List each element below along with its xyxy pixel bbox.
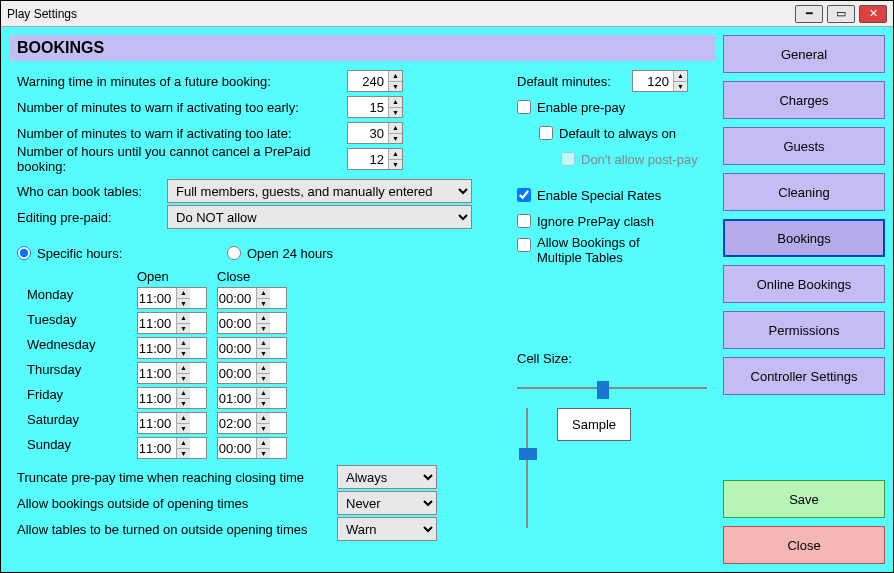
nav-guests[interactable]: Guests xyxy=(723,127,885,165)
client-area: BOOKINGS Warning time in minutes of a fu… xyxy=(1,27,893,572)
open-wednesday-spinner[interactable]: ▲▼ xyxy=(137,337,207,359)
sidebar: GeneralChargesGuestsCleaningBookingsOnli… xyxy=(723,35,885,564)
window-buttons: ━ ▭ ✕ xyxy=(795,5,887,23)
nav-charges[interactable]: Charges xyxy=(723,81,885,119)
opening-hours-grid: Open Close Monday▲▼▲▼Tuesday▲▼▲▼Wednesda… xyxy=(27,269,497,459)
truncate-select[interactable]: Always xyxy=(337,465,437,489)
main-panel: BOOKINGS Warning time in minutes of a fu… xyxy=(9,35,715,564)
checkbox-no-postpay-input xyxy=(561,152,575,166)
label-warn-early: Number of minutes to warn if activating … xyxy=(17,100,347,115)
open-monday-spinner[interactable]: ▲▼ xyxy=(137,287,207,309)
radio-open-24-input[interactable] xyxy=(227,246,241,260)
close-saturday-input[interactable] xyxy=(218,413,256,433)
cancel-hours-spinner[interactable]: ▲▼ xyxy=(347,148,403,170)
open-tuesday-spinner[interactable]: ▲▼ xyxy=(137,312,207,334)
window-title: Play Settings xyxy=(7,7,795,21)
close-friday-input[interactable] xyxy=(218,388,256,408)
close-thursday-input[interactable] xyxy=(218,363,256,383)
nav-online-bookings[interactable]: Online Bookings xyxy=(723,265,885,303)
checkbox-default-always-input[interactable] xyxy=(539,126,553,140)
label-allow-multi: Allow Bookings of Multiple Tables xyxy=(537,235,667,265)
label-allow-tables-outside: Allow tables to be turned on outside ope… xyxy=(17,522,337,537)
day-label-saturday: Saturday xyxy=(27,412,137,434)
close-friday-spinner[interactable]: ▲▼ xyxy=(217,387,287,409)
label-truncate: Truncate pre-pay time when reaching clos… xyxy=(17,470,337,485)
close-monday-spinner[interactable]: ▲▼ xyxy=(217,287,287,309)
open-saturday-spinner[interactable]: ▲▼ xyxy=(137,412,207,434)
minimize-button[interactable]: ━ xyxy=(795,5,823,23)
allow-tables-outside-select[interactable]: Warn xyxy=(337,517,437,541)
label-warn-late: Number of minutes to warn if activating … xyxy=(17,126,347,141)
warning-time-input[interactable] xyxy=(348,71,388,91)
checkbox-enable-special[interactable]: Enable Special Rates xyxy=(517,183,707,207)
close-wednesday-spinner[interactable]: ▲▼ xyxy=(217,337,287,359)
checkbox-no-postpay: Don't allow post-pay xyxy=(517,147,707,171)
save-button[interactable]: Save xyxy=(723,480,885,518)
open-wednesday-input[interactable] xyxy=(138,338,176,358)
close-sunday-input[interactable] xyxy=(218,438,256,458)
cell-width-slider[interactable] xyxy=(517,378,707,398)
col-close: Close xyxy=(217,269,287,284)
close-monday-input[interactable] xyxy=(218,288,256,308)
checkbox-ignore-clash-input[interactable] xyxy=(517,214,531,228)
content-area: Warning time in minutes of a future book… xyxy=(9,61,715,564)
label-enable-prepay: Enable pre-pay xyxy=(537,100,625,115)
nav-general[interactable]: General xyxy=(723,35,885,73)
close-wednesday-input[interactable] xyxy=(218,338,256,358)
maximize-button[interactable]: ▭ xyxy=(827,5,855,23)
radio-specific-hours-input[interactable] xyxy=(17,246,31,260)
nav-bookings[interactable]: Bookings xyxy=(723,219,885,257)
section-header: BOOKINGS xyxy=(9,35,715,61)
open-friday-input[interactable] xyxy=(138,388,176,408)
day-label-friday: Friday xyxy=(27,387,137,409)
warn-late-input[interactable] xyxy=(348,123,388,143)
label-allow-outside: Allow bookings outside of opening times xyxy=(17,496,337,511)
open-saturday-input[interactable] xyxy=(138,413,176,433)
warn-early-spinner[interactable]: ▲▼ xyxy=(347,96,403,118)
default-minutes-spinner[interactable]: ▲▼ xyxy=(632,70,688,92)
open-sunday-input[interactable] xyxy=(138,438,176,458)
window-close-button[interactable]: ✕ xyxy=(859,5,887,23)
day-label-monday: Monday xyxy=(27,287,137,309)
checkbox-enable-prepay[interactable]: Enable pre-pay xyxy=(517,95,707,119)
cancel-hours-input[interactable] xyxy=(348,149,388,169)
open-thursday-spinner[interactable]: ▲▼ xyxy=(137,362,207,384)
open-sunday-spinner[interactable]: ▲▼ xyxy=(137,437,207,459)
editing-prepaid-select[interactable]: Do NOT allow xyxy=(167,205,472,229)
checkbox-allow-multi[interactable]: Allow Bookings of Multiple Tables xyxy=(517,235,707,271)
checkbox-ignore-clash[interactable]: Ignore PrePay clash xyxy=(517,209,707,233)
default-minutes-input[interactable] xyxy=(633,71,673,91)
label-no-postpay: Don't allow post-pay xyxy=(581,152,698,167)
open-friday-spinner[interactable]: ▲▼ xyxy=(137,387,207,409)
label-specific-hours: Specific hours: xyxy=(37,246,122,261)
nav-cleaning[interactable]: Cleaning xyxy=(723,173,885,211)
open-monday-input[interactable] xyxy=(138,288,176,308)
label-who-can-book: Who can book tables: xyxy=(17,184,167,199)
open-tuesday-input[interactable] xyxy=(138,313,176,333)
close-thursday-spinner[interactable]: ▲▼ xyxy=(217,362,287,384)
nav-controller-settings[interactable]: Controller Settings xyxy=(723,357,885,395)
col-open: Open xyxy=(137,269,207,284)
checkbox-enable-special-input[interactable] xyxy=(517,188,531,202)
close-button[interactable]: Close xyxy=(723,526,885,564)
nav-permissions[interactable]: Permissions xyxy=(723,311,885,349)
radio-open-24[interactable]: Open 24 hours xyxy=(227,246,333,261)
warn-early-input[interactable] xyxy=(348,97,388,117)
allow-outside-select[interactable]: Never xyxy=(337,491,437,515)
close-saturday-spinner[interactable]: ▲▼ xyxy=(217,412,287,434)
label-editing-prepaid: Editing pre-paid: xyxy=(17,210,167,225)
checkbox-default-always[interactable]: Default to always on xyxy=(517,121,707,145)
radio-specific-hours[interactable]: Specific hours: xyxy=(17,246,227,261)
checkbox-allow-multi-input[interactable] xyxy=(517,238,531,252)
close-sunday-spinner[interactable]: ▲▼ xyxy=(217,437,287,459)
who-can-book-select[interactable]: Full members, guests, and manually enter… xyxy=(167,179,472,203)
checkbox-enable-prepay-input[interactable] xyxy=(517,100,531,114)
open-thursday-input[interactable] xyxy=(138,363,176,383)
warn-late-spinner[interactable]: ▲▼ xyxy=(347,122,403,144)
cell-height-slider[interactable] xyxy=(517,408,537,528)
label-default-minutes: Default minutes: xyxy=(517,74,632,89)
close-tuesday-spinner[interactable]: ▲▼ xyxy=(217,312,287,334)
label-default-always: Default to always on xyxy=(559,126,676,141)
close-tuesday-input[interactable] xyxy=(218,313,256,333)
warning-time-spinner[interactable]: ▲▼ xyxy=(347,70,403,92)
